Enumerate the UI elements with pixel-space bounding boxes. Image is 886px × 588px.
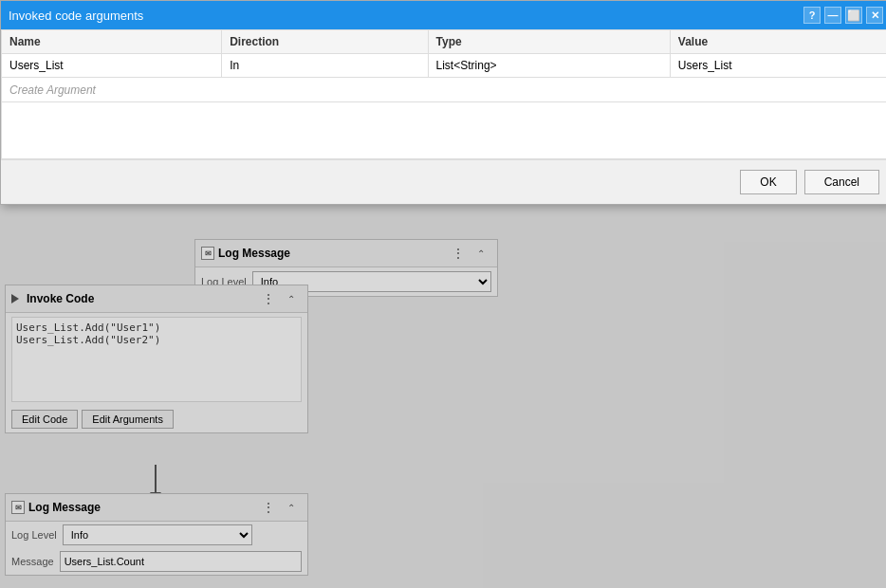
help-button[interactable]: ? — [803, 7, 821, 24]
create-argument-cell: Create Argument — [2, 78, 887, 102]
empty-row-1 — [2, 102, 887, 159]
col-header-value: Value — [670, 30, 886, 54]
modal-footer: OK Cancel — [1, 159, 886, 204]
cell-name: Users_List — [2, 54, 222, 78]
cell-type: List<String> — [428, 54, 670, 78]
arguments-table: Name Direction Type Value Users_List In … — [1, 29, 886, 159]
minimize-button[interactable]: — — [824, 7, 841, 24]
create-argument-row[interactable]: Create Argument — [2, 78, 887, 102]
cell-direction: In — [222, 54, 428, 78]
cancel-button[interactable]: Cancel — [804, 170, 879, 194]
close-icon: ✕ — [871, 9, 879, 22]
cell-value: Users_List — [670, 54, 886, 78]
col-header-type: Type — [428, 30, 670, 54]
titlebar-buttons: ? — ⬜ ✕ — [803, 7, 883, 24]
table-header-row: Name Direction Type Value — [2, 30, 887, 54]
close-button[interactable]: ✕ — [866, 7, 883, 24]
modal-titlebar: Invoked code arguments ? — ⬜ ✕ — [1, 1, 886, 29]
modal-title: Invoked code arguments — [9, 9, 143, 23]
invoked-code-arguments-modal: Invoked code arguments ? — ⬜ ✕ Name Dire… — [0, 0, 886, 205]
col-header-direction: Direction — [222, 30, 428, 54]
col-header-name: Name — [2, 30, 222, 54]
maximize-button[interactable]: ⬜ — [845, 7, 862, 24]
table-row[interactable]: Users_List In List<String> Users_List — [2, 54, 887, 78]
modal-body: Name Direction Type Value Users_List In … — [1, 29, 886, 159]
ok-button[interactable]: OK — [740, 170, 796, 194]
